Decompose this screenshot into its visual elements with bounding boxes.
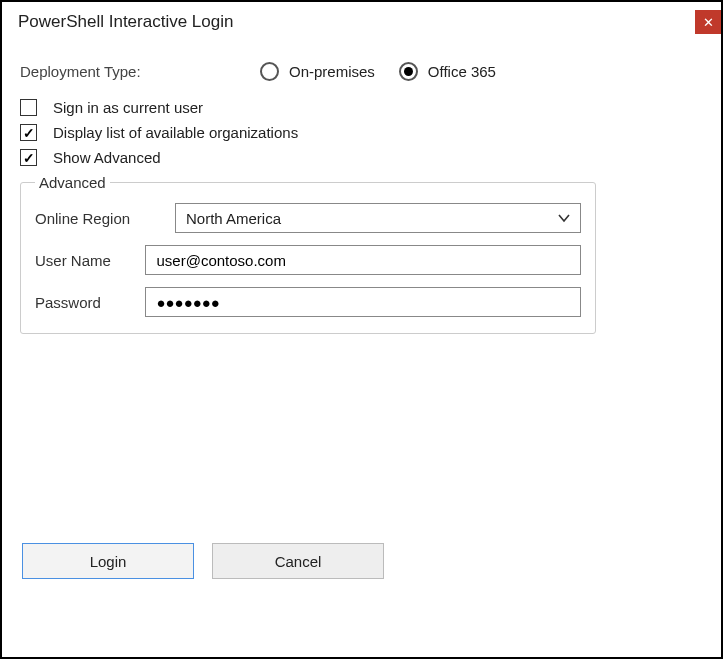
row-online-region: Online Region North America <box>35 203 581 233</box>
select-online-region[interactable]: North America <box>175 203 581 233</box>
cancel-button[interactable]: Cancel <box>212 543 384 579</box>
close-icon: ✕ <box>703 15 714 30</box>
dialog-button-row: Login Cancel <box>22 543 384 579</box>
checkbox-display-orgs-label[interactable]: Display list of available organizations <box>53 124 298 141</box>
dialog-content: Deployment Type: On-premises Office 365 … <box>2 34 721 334</box>
checkbox-signin-current-user[interactable] <box>20 99 37 116</box>
checkbox-display-orgs[interactable] <box>20 124 37 141</box>
titlebar: PowerShell Interactive Login ✕ <box>2 2 721 34</box>
checkbox-show-advanced[interactable] <box>20 149 37 166</box>
row-password: Password <box>35 287 581 317</box>
checkbox-signin-label[interactable]: Sign in as current user <box>53 99 203 116</box>
login-button[interactable]: Login <box>22 543 194 579</box>
advanced-fieldset: Advanced Online Region North America Use… <box>20 174 596 334</box>
checkbox-row-signin: Sign in as current user <box>20 99 703 116</box>
checkbox-row-display-orgs: Display list of available organizations <box>20 124 703 141</box>
deployment-radio-group: On-premises Office 365 <box>260 62 510 81</box>
select-online-region-value: North America <box>186 210 281 227</box>
radio-office-365-label[interactable]: Office 365 <box>428 63 496 80</box>
select-online-region-wrap: North America <box>175 203 581 233</box>
deployment-type-label: Deployment Type: <box>20 63 260 80</box>
radio-on-premises-label[interactable]: On-premises <box>289 63 375 80</box>
advanced-legend: Advanced <box>35 174 110 191</box>
label-password: Password <box>35 294 145 311</box>
input-username[interactable] <box>145 245 581 275</box>
row-username: User Name <box>35 245 581 275</box>
radio-on-premises[interactable] <box>260 62 279 81</box>
input-password[interactable] <box>145 287 581 317</box>
close-button[interactable]: ✕ <box>695 10 721 34</box>
radio-office-365[interactable] <box>399 62 418 81</box>
cancel-button-label: Cancel <box>275 553 322 570</box>
label-username: User Name <box>35 252 145 269</box>
checkbox-row-show-advanced: Show Advanced <box>20 149 703 166</box>
label-online-region: Online Region <box>35 210 175 227</box>
window-title: PowerShell Interactive Login <box>18 10 233 32</box>
login-button-label: Login <box>90 553 127 570</box>
deployment-row: Deployment Type: On-premises Office 365 <box>20 62 703 81</box>
checkbox-show-advanced-label[interactable]: Show Advanced <box>53 149 161 166</box>
